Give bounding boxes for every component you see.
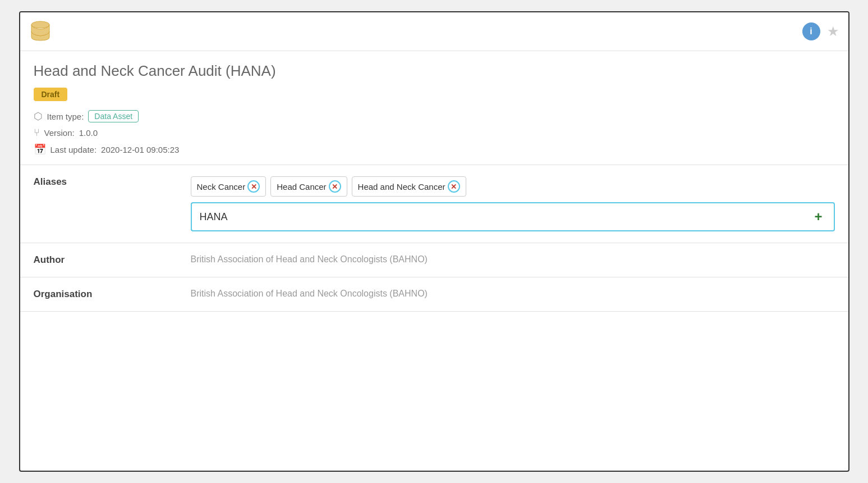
alias-tag-neck-cancer-text: Neck Cancer	[197, 182, 246, 192]
meta-list: ⬡ Item type: Data Asset ⑂ Version: 1.0.0…	[34, 110, 835, 156]
alias-tag-head-cancer-text: Head Cancer	[277, 182, 326, 192]
main-window: i ★ Head and Neck Cancer Audit (HANA) Dr…	[19, 11, 849, 472]
last-update-meta: 📅 Last update: 2020-12-01 09:05:23	[34, 143, 835, 156]
version-value: 1.0.0	[79, 128, 98, 138]
alias-tag-neck-cancer: Neck Cancer ✕	[191, 176, 267, 197]
version-label: Version:	[44, 128, 75, 138]
favorite-button[interactable]: ★	[827, 24, 839, 39]
remove-neck-cancer-button[interactable]: ✕	[247, 180, 260, 193]
item-type-badge: Data Asset	[88, 110, 139, 122]
aliases-tags: Neck Cancer ✕ Head Cancer ✕ Head and Nec…	[191, 176, 835, 197]
author-label: Author	[20, 243, 177, 277]
info-button[interactable]: i	[802, 22, 820, 40]
page-title: Head and Neck Cancer Audit (HANA)	[34, 62, 835, 80]
item-type-icon: ⬡	[34, 110, 43, 122]
alias-tag-head-and-neck-cancer-text: Head and Neck Cancer	[358, 182, 446, 192]
alias-tag-head-and-neck-cancer: Head and Neck Cancer ✕	[352, 176, 466, 197]
draft-badge: Draft	[34, 88, 68, 101]
organisation-label: Organisation	[20, 277, 177, 312]
alias-input-row: +	[191, 202, 835, 231]
top-bar: i ★	[20, 12, 848, 51]
item-type-label: Item type:	[47, 112, 84, 121]
calendar-icon: 📅	[34, 143, 46, 156]
last-update-label: Last update:	[50, 145, 97, 154]
version-icon: ⑂	[34, 127, 40, 139]
organisation-value: British Association of Head and Neck Onc…	[177, 277, 848, 312]
version-meta: ⑂ Version: 1.0.0	[34, 127, 835, 139]
alias-input[interactable]	[191, 202, 803, 231]
organisation-row: Organisation British Association of Head…	[20, 277, 848, 312]
aliases-label: Aliases	[20, 165, 177, 243]
svg-point-0	[31, 21, 49, 28]
alias-add-button[interactable]: +	[803, 202, 834, 231]
alias-tag-head-cancer: Head Cancer ✕	[270, 176, 347, 197]
author-value: British Association of Head and Neck Onc…	[177, 243, 848, 277]
db-logo-icon	[29, 19, 52, 44]
remove-head-and-neck-cancer-button[interactable]: ✕	[448, 180, 460, 193]
top-bar-actions: i ★	[802, 22, 839, 40]
item-type-meta: ⬡ Item type: Data Asset	[34, 110, 835, 122]
content-table: Aliases Neck Cancer ✕ Head Cancer ✕ Head…	[20, 165, 848, 312]
aliases-cell: Neck Cancer ✕ Head Cancer ✕ Head and Nec…	[177, 165, 848, 243]
author-row: Author British Association of Head and N…	[20, 243, 848, 277]
header-section: Head and Neck Cancer Audit (HANA) Draft …	[20, 51, 848, 165]
aliases-row: Aliases Neck Cancer ✕ Head Cancer ✕ Head…	[20, 165, 848, 243]
last-update-value: 2020-12-01 09:05:23	[101, 145, 179, 154]
remove-head-cancer-button[interactable]: ✕	[329, 180, 341, 193]
